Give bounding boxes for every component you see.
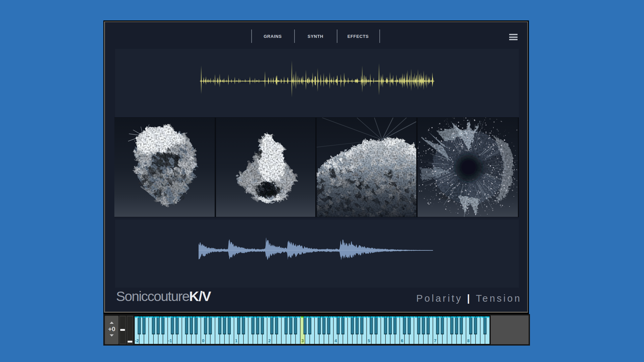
svg-text:+0: +0 (108, 325, 115, 333)
svg-text:7: 7 (434, 339, 436, 343)
svg-text:2: 2 (268, 339, 271, 343)
svg-text:0: 0 (202, 339, 204, 343)
svg-text:5: 5 (368, 339, 370, 343)
svg-text:6: 6 (401, 339, 403, 343)
svg-text:1: 1 (235, 339, 237, 343)
svg-text:8: 8 (467, 339, 470, 343)
svg-text:4: 4 (335, 339, 337, 343)
svg-text:-1: -1 (168, 339, 172, 343)
svg-text:3: 3 (302, 339, 304, 343)
svg-text:-2: -2 (135, 339, 139, 343)
